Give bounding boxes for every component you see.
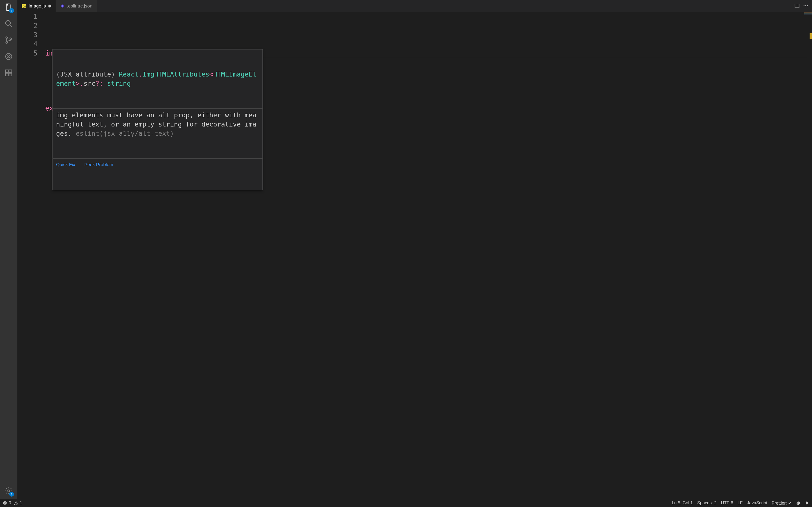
status-eol[interactable]: LF — [738, 501, 743, 506]
hover-signature: (JSX attribute) React.ImgHTMLAttributes<… — [53, 68, 262, 90]
svg-rect-6 — [6, 73, 8, 76]
search-icon[interactable] — [4, 19, 13, 29]
quick-fix-link[interactable]: Quick Fix... — [56, 160, 79, 169]
editor-group: JS Image.js .eslintrc.json — [17, 0, 812, 499]
line-number: 2 — [17, 21, 38, 31]
line-number: 3 — [17, 31, 38, 40]
hover-widget: (JSX attribute) React.ImgHTMLAttributes<… — [52, 49, 263, 190]
line-number: 4 — [17, 40, 38, 49]
extensions-icon[interactable] — [4, 68, 13, 78]
svg-point-9 — [8, 490, 10, 492]
settings-gear-icon[interactable]: 1 — [4, 486, 13, 496]
hover-actions: Quick Fix... Peek Problem — [53, 158, 262, 172]
error-icon — [3, 501, 7, 505]
svg-rect-7 — [9, 73, 12, 76]
settings-badge: 1 — [9, 492, 14, 497]
svg-point-3 — [10, 38, 12, 40]
js-file-icon: JS — [22, 4, 26, 8]
split-editor-icon[interactable] — [794, 3, 800, 9]
hover-diagnostic: img elements must have an alt prop, eith… — [53, 108, 262, 140]
svg-rect-5 — [6, 70, 8, 72]
minimap[interactable] — [804, 12, 812, 14]
status-feedback-icon[interactable] — [796, 501, 800, 505]
status-indent[interactable]: Spaces: 2 — [697, 501, 717, 506]
svg-point-0 — [6, 20, 10, 25]
source-control-icon[interactable] — [4, 35, 13, 45]
app-root: 1 — [0, 0, 812, 499]
line-number: 1 — [17, 12, 38, 21]
svg-point-1 — [6, 37, 7, 39]
code-content: import React from 'react'; export const … — [45, 12, 812, 499]
explorer-badge: 1 — [9, 8, 14, 13]
status-bar: 0 1 Ln 5, Col 1 Spaces: 2 UTF-8 LF JavaS… — [0, 499, 812, 507]
code-editor[interactable]: 1 2 3 4 5 import React from 'react'; exp… — [17, 12, 812, 499]
status-warning-count: 1 — [20, 501, 22, 506]
status-ln-col[interactable]: Ln 5, Col 1 — [672, 501, 693, 506]
more-actions-icon[interactable] — [803, 3, 809, 9]
warning-icon — [14, 501, 18, 505]
svg-point-13 — [804, 5, 805, 6]
status-encoding[interactable]: UTF-8 — [721, 501, 733, 506]
svg-rect-8 — [9, 70, 12, 72]
eslint-file-icon — [60, 4, 64, 8]
status-language[interactable]: JavaScript — [747, 501, 767, 506]
svg-point-14 — [805, 5, 806, 6]
editor-actions — [791, 0, 812, 12]
status-bell-icon[interactable] — [805, 501, 809, 505]
status-error-count: 0 — [9, 501, 11, 506]
tab-dirty-indicator — [48, 5, 51, 7]
activity-bar: 1 — [0, 0, 17, 499]
tab-label: .eslintrc.json — [67, 3, 93, 9]
tab-label: Image.js — [29, 3, 46, 9]
status-problems[interactable]: 0 1 — [3, 501, 22, 506]
svg-point-15 — [807, 5, 808, 6]
debug-disabled-icon[interactable] — [4, 52, 13, 61]
status-prettier[interactable]: Prettier: ✔ — [772, 501, 792, 506]
overview-ruler-warning[interactable] — [810, 33, 812, 39]
svg-point-18 — [797, 501, 800, 505]
line-number-gutter: 1 2 3 4 5 — [17, 12, 45, 499]
line-number: 5 — [17, 49, 38, 58]
explorer-icon[interactable]: 1 — [4, 2, 13, 12]
peek-problem-link[interactable]: Peek Problem — [84, 160, 113, 169]
svg-point-20 — [799, 502, 799, 503]
svg-point-17 — [16, 504, 16, 504]
tab-eslintrc[interactable]: .eslintrc.json — [56, 0, 97, 12]
tab-bar: JS Image.js .eslintrc.json — [17, 0, 812, 12]
svg-point-19 — [798, 502, 798, 503]
tab-image-js[interactable]: JS Image.js — [17, 0, 56, 12]
